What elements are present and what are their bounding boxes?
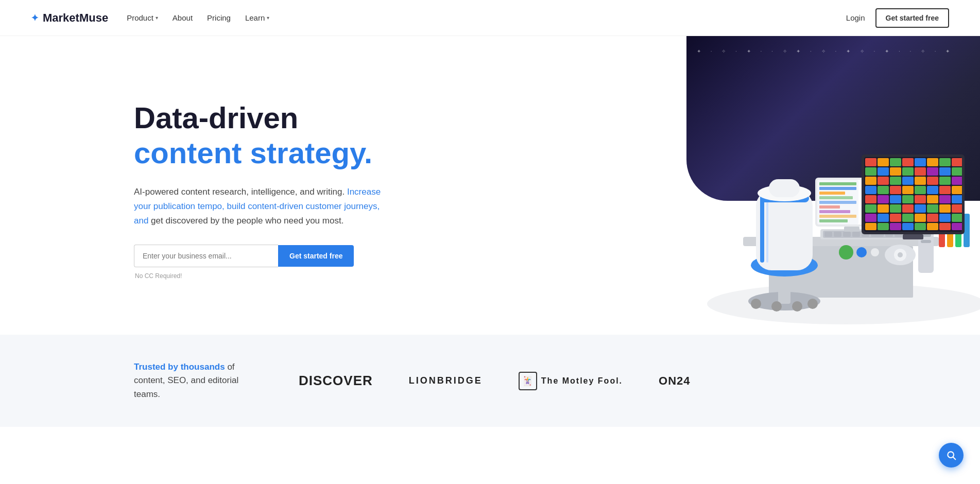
svg-rect-32 <box>871 232 884 237</box>
svg-rect-81 <box>952 177 963 185</box>
svg-rect-19 <box>921 234 931 237</box>
login-button[interactable]: Login <box>846 13 865 22</box>
svg-rect-45 <box>817 180 858 224</box>
svg-rect-43 <box>815 178 887 227</box>
svg-rect-54 <box>819 215 856 218</box>
logo-discover: DISCOVER <box>299 373 373 389</box>
svg-rect-82 <box>865 186 876 194</box>
svg-rect-115 <box>878 223 889 230</box>
chevron-down-icon: ▾ <box>267 15 269 21</box>
svg-rect-90 <box>865 195 876 203</box>
svg-rect-100 <box>890 204 901 213</box>
svg-rect-18 <box>921 228 931 231</box>
hero-title: Data-driven content strategy. <box>134 101 391 170</box>
svg-rect-112 <box>939 214 951 222</box>
svg-rect-59 <box>878 158 889 166</box>
svg-rect-75 <box>878 177 889 185</box>
workstation-illustration <box>666 77 980 324</box>
svg-rect-98 <box>865 204 876 213</box>
svg-rect-71 <box>927 167 938 176</box>
svg-rect-58 <box>865 158 876 166</box>
motleyfool-icon: 🃏 <box>519 372 537 390</box>
svg-rect-119 <box>927 223 938 230</box>
hero-content: Data-driven content strategy. AI-powered… <box>134 101 391 280</box>
nav-link-product[interactable]: Product ▾ <box>127 13 158 22</box>
svg-rect-120 <box>939 223 951 230</box>
nav-left: ✦ MarketMuse Product ▾ About Pricing Lea… <box>31 11 269 25</box>
svg-rect-102 <box>915 204 926 213</box>
svg-rect-76 <box>890 177 901 185</box>
svg-rect-93 <box>902 195 914 203</box>
svg-rect-29 <box>843 232 851 237</box>
svg-rect-92 <box>890 195 901 203</box>
svg-rect-30 <box>852 232 860 237</box>
svg-rect-118 <box>915 223 926 230</box>
svg-rect-17 <box>921 221 931 224</box>
nav-link-pricing[interactable]: Pricing <box>207 13 231 22</box>
svg-point-9 <box>751 254 818 276</box>
svg-rect-74 <box>865 177 876 185</box>
svg-rect-13 <box>760 195 809 202</box>
hero-illustration <box>635 36 980 335</box>
svg-rect-87 <box>927 186 938 194</box>
svg-rect-69 <box>902 167 914 176</box>
svg-rect-86 <box>915 186 926 194</box>
svg-rect-61 <box>902 158 914 166</box>
get-started-hero-button[interactable]: Get started free <box>278 245 354 267</box>
svg-point-8 <box>807 299 818 309</box>
logo[interactable]: ✦ MarketMuse <box>31 11 108 25</box>
svg-point-40 <box>885 245 916 265</box>
email-input[interactable] <box>134 245 278 267</box>
nav-link-about[interactable]: About <box>173 13 193 22</box>
logo-icon: ✦ <box>31 12 39 24</box>
logo-lionbridge: LIONBRIDGE <box>409 375 483 386</box>
svg-rect-123 <box>903 234 923 239</box>
svg-point-14 <box>758 185 811 201</box>
svg-rect-73 <box>952 167 963 176</box>
svg-rect-2 <box>769 246 913 298</box>
svg-rect-89 <box>952 186 963 194</box>
svg-rect-101 <box>902 204 914 213</box>
svg-rect-111 <box>927 214 938 222</box>
trusted-logos: DISCOVER LIONBRIDGE 🃏 The Motley Fool. O… <box>299 372 691 390</box>
svg-rect-77 <box>902 177 914 185</box>
svg-rect-4 <box>778 263 790 304</box>
svg-rect-60 <box>890 158 901 166</box>
svg-point-39 <box>871 248 879 256</box>
svg-rect-15 <box>769 179 800 197</box>
svg-rect-94 <box>915 195 926 203</box>
svg-rect-28 <box>834 232 841 237</box>
svg-point-6 <box>771 301 782 312</box>
trusted-text: Trusted by thousands of content, SEO, an… <box>134 360 257 401</box>
svg-rect-84 <box>890 186 901 194</box>
svg-rect-64 <box>939 158 951 166</box>
svg-point-37 <box>839 245 853 260</box>
svg-rect-72 <box>939 167 951 176</box>
svg-rect-78 <box>915 177 926 185</box>
svg-rect-55 <box>819 219 848 222</box>
hero-form: Get started free <box>134 245 391 267</box>
svg-rect-80 <box>939 177 951 185</box>
hero-title-line2: content strategy. <box>134 136 391 170</box>
svg-rect-24 <box>964 214 970 247</box>
svg-rect-34 <box>895 232 902 237</box>
svg-rect-116 <box>890 223 901 230</box>
svg-rect-49 <box>819 192 845 195</box>
svg-rect-114 <box>865 223 876 230</box>
svg-rect-33 <box>885 232 893 237</box>
svg-rect-35 <box>904 232 912 237</box>
svg-rect-108 <box>890 214 901 222</box>
get-started-nav-button[interactable]: Get started free <box>875 8 949 28</box>
svg-rect-62 <box>915 158 926 166</box>
svg-point-5 <box>751 299 761 309</box>
svg-rect-53 <box>819 210 850 213</box>
svg-rect-11 <box>760 196 764 263</box>
svg-rect-48 <box>819 187 856 190</box>
nav-links: Product ▾ About Pricing Learn ▾ <box>127 13 269 22</box>
nav-link-learn[interactable]: Learn ▾ <box>245 13 269 22</box>
svg-rect-95 <box>927 195 938 203</box>
trusted-section: Trusted by thousands of content, SEO, an… <box>0 335 980 427</box>
svg-rect-66 <box>865 167 876 176</box>
svg-rect-12 <box>766 196 768 263</box>
svg-rect-106 <box>865 214 876 222</box>
